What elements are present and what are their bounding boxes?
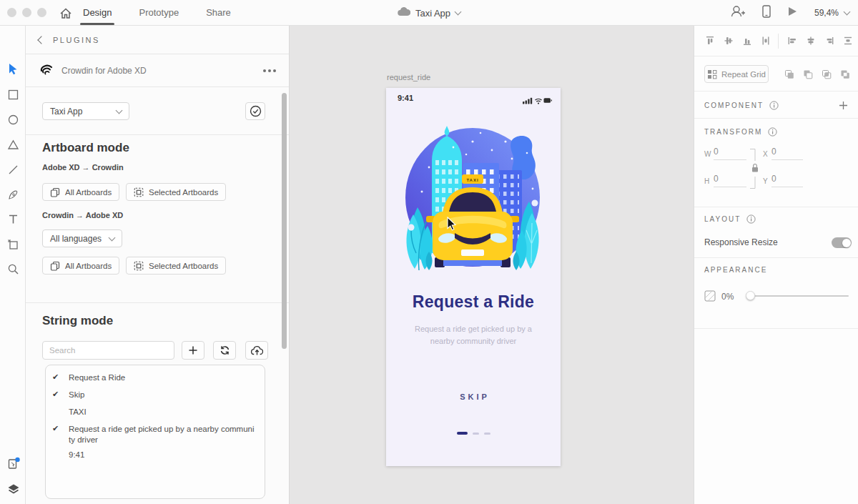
artboard-request-ride[interactable]: 9:41 xyxy=(386,88,561,466)
align-top-icon[interactable] xyxy=(704,35,716,49)
page-indicator[interactable] xyxy=(386,432,561,435)
height-field[interactable]: 0 xyxy=(714,174,746,187)
string-text: Request a Ride xyxy=(69,372,257,383)
download-all-artboards-button[interactable]: All Artboards xyxy=(42,257,119,275)
subtitle-line-1: Request a ride get picked up by a xyxy=(386,323,561,335)
boolean-union-icon[interactable] xyxy=(784,69,795,83)
taxi-illustration[interactable]: TAXI xyxy=(403,123,542,280)
line-tool-icon[interactable] xyxy=(7,164,19,176)
zoom-tool-icon[interactable] xyxy=(7,263,19,275)
string-text: TAXI xyxy=(69,407,257,417)
repeat-grid-button[interactable]: Repeat Grid xyxy=(704,65,769,83)
distribute-vertical-icon[interactable] xyxy=(760,35,771,49)
tab-prototype[interactable]: Prototype xyxy=(139,0,179,26)
string-row[interactable]: 9:41 xyxy=(46,450,265,460)
select-tool-icon[interactable] xyxy=(7,63,19,75)
info-icon[interactable] xyxy=(746,214,756,224)
opacity-slider-track[interactable] xyxy=(750,295,849,297)
add-string-button[interactable] xyxy=(182,341,204,360)
back-chevron-icon[interactable] xyxy=(37,36,45,44)
mode-tabs: Design Prototype Share xyxy=(83,0,231,26)
design-canvas[interactable]: request_ride 9:41 xyxy=(290,26,694,504)
y-field[interactable]: 0 xyxy=(771,174,803,187)
layout-section: LAYOUT Responsive Resize xyxy=(694,207,858,258)
plugins-header-label[interactable]: PLUGINS xyxy=(53,36,100,44)
upload-all-artboards-button[interactable]: All Artboards xyxy=(42,183,119,201)
search-input[interactable] xyxy=(42,341,174,360)
refresh-strings-button[interactable] xyxy=(213,341,236,360)
x-field[interactable]: 0 xyxy=(771,147,803,160)
window-close-button[interactable] xyxy=(7,8,16,17)
taxi-roof-sign-text[interactable]: TAXI xyxy=(466,178,478,182)
artboard-tool-icon[interactable] xyxy=(7,238,19,250)
check-icon: ✔ xyxy=(52,372,62,383)
xd-to-crowdin-label: Adobe XD → Crowdin xyxy=(42,163,124,172)
document-title-chevron-icon[interactable] xyxy=(455,9,462,16)
desktop-preview-play-icon[interactable] xyxy=(788,6,797,19)
opacity-value[interactable]: 0% xyxy=(721,292,734,302)
ellipse-tool-icon[interactable] xyxy=(7,114,19,126)
align-bottom-icon[interactable] xyxy=(741,35,753,49)
confirm-project-button[interactable] xyxy=(245,102,265,120)
home-icon[interactable] xyxy=(59,6,73,21)
plugins-header: PLUGINS xyxy=(26,26,289,54)
onboarding-heading[interactable]: Request a Ride xyxy=(386,292,561,312)
status-bar-time[interactable]: 9:41 xyxy=(398,94,413,102)
invite-users-icon[interactable] xyxy=(731,5,745,21)
string-row[interactable]: TAXI xyxy=(46,407,265,417)
download-selected-artboards-button[interactable]: Selected Artboards xyxy=(126,257,226,275)
text-tool-icon[interactable] xyxy=(7,213,19,225)
y-label: Y xyxy=(763,177,768,185)
align-middle-vertical-icon[interactable] xyxy=(723,35,734,49)
device-preview-icon[interactable] xyxy=(762,5,771,21)
strings-list: ✔ Request a Ride ✔ Skip TAXI ✔ Request a… xyxy=(45,365,265,499)
boolean-intersect-icon[interactable] xyxy=(821,69,832,83)
transform-section: TRANSFORM W 0 H 0 X 0 Y 0 xyxy=(694,119,858,207)
tab-share[interactable]: Share xyxy=(206,0,231,26)
string-row[interactable]: ✔ Skip xyxy=(46,390,265,400)
all-artboards-label: All Artboards xyxy=(65,262,112,270)
skip-button[interactable]: SKIP xyxy=(386,392,561,401)
lock-aspect-ratio-icon[interactable] xyxy=(749,148,760,192)
subtitle-line-2: nearby community driver xyxy=(386,335,561,347)
opacity-slider-handle[interactable] xyxy=(746,291,755,300)
plugin-title-row: Crowdin for Adobe XD xyxy=(26,54,289,87)
upload-selected-artboards-button[interactable]: Selected Artboards xyxy=(126,183,226,201)
add-component-icon[interactable] xyxy=(839,100,848,113)
width-field[interactable]: 0 xyxy=(714,147,746,160)
polygon-tool-icon[interactable] xyxy=(7,139,19,151)
artboard-title[interactable]: request_ride xyxy=(387,73,430,81)
height-label: H xyxy=(704,177,709,185)
string-row[interactable]: ✔ Request a Ride xyxy=(46,372,265,383)
language-dropdown-value: All languages xyxy=(50,234,102,244)
alignment-section xyxy=(694,26,858,56)
rectangle-tool-icon[interactable] xyxy=(7,89,19,101)
document-title[interactable]: Taxi App xyxy=(415,8,450,19)
layers-panel-icon[interactable] xyxy=(7,483,19,495)
plugins-panel-icon[interactable] xyxy=(7,457,19,469)
pen-tool-icon[interactable] xyxy=(7,189,19,201)
align-center-horizontal-icon[interactable] xyxy=(805,35,817,49)
info-icon[interactable] xyxy=(769,101,779,110)
align-left-icon[interactable] xyxy=(786,35,798,49)
boolean-exclude-icon[interactable] xyxy=(839,69,851,83)
info-icon[interactable] xyxy=(768,127,777,137)
onboarding-subtitle[interactable]: Request a ride get picked up by a nearby… xyxy=(386,323,561,347)
tab-design[interactable]: Design xyxy=(83,0,112,26)
string-row[interactable]: ✔ Request a ride get picked up by a near… xyxy=(46,424,265,445)
language-dropdown[interactable]: All languages xyxy=(42,229,122,247)
project-dropdown[interactable]: Taxi App xyxy=(42,102,129,120)
responsive-resize-toggle[interactable] xyxy=(832,237,852,248)
zoom-level-control[interactable]: 59,4% xyxy=(814,8,849,18)
tool-rail xyxy=(0,26,26,504)
align-right-icon[interactable] xyxy=(824,35,835,49)
divider xyxy=(778,34,779,49)
window-zoom-button[interactable] xyxy=(37,8,46,17)
boolean-subtract-icon[interactable] xyxy=(802,69,814,83)
plugin-more-icon[interactable] xyxy=(263,69,276,72)
panel-scrollbar[interactable] xyxy=(282,93,287,349)
upload-strings-button[interactable] xyxy=(245,341,268,360)
window-minimize-button[interactable] xyxy=(22,8,31,17)
distribute-horizontal-icon[interactable] xyxy=(842,35,854,49)
appearance-section: APPEARANCE 0% xyxy=(694,258,858,329)
